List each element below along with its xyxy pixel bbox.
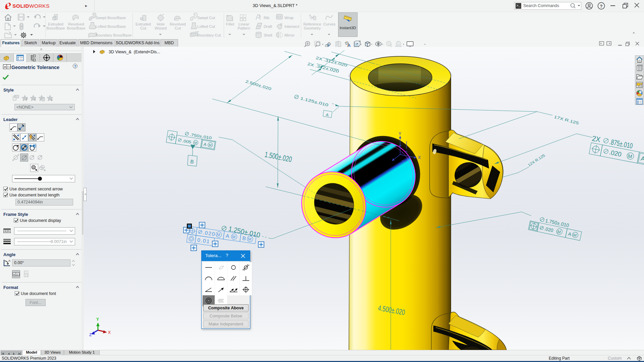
svg-text:Z: Z: [89, 333, 92, 337]
svg-text:X: X: [108, 330, 111, 335]
svg-text:Y: Y: [398, 131, 401, 136]
svg-text:?: ?: [600, 4, 603, 9]
svg-text:A: A: [401, 151, 404, 155]
svg-text:2X: 2X: [591, 134, 601, 144]
svg-text:M: M: [208, 143, 212, 147]
svg-text:0.3: 0.3: [25, 275, 28, 277]
svg-text:M: M: [248, 236, 252, 241]
svg-text:0.3: 0.3: [16, 273, 20, 276]
svg-text:M: M: [194, 141, 197, 145]
svg-text:X: X: [418, 155, 421, 160]
svg-text:0.3: 0.3: [7, 66, 11, 68]
svg-text:M: M: [232, 234, 236, 239]
svg-text:Y: Y: [96, 317, 99, 322]
svg-text:B: B: [406, 150, 408, 154]
svg-text:B: B: [190, 159, 194, 165]
svg-text:M: M: [216, 232, 220, 237]
svg-text:A: A: [8, 259, 10, 262]
